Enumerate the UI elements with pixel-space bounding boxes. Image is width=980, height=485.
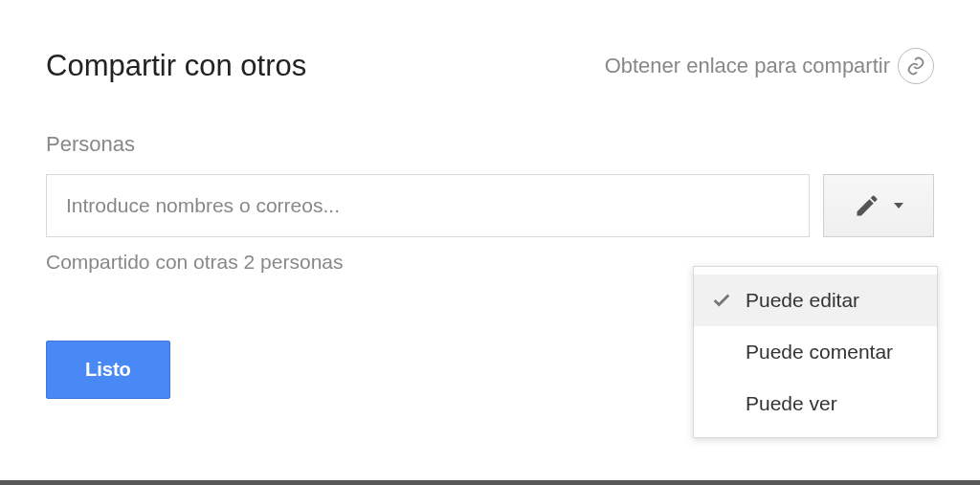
- pencil-icon: [854, 192, 880, 219]
- dialog-header: Compartir con otros Obtener enlace para …: [46, 48, 934, 84]
- permission-option-view[interactable]: Puede ver: [694, 378, 937, 430]
- permission-dropdown-button[interactable]: [823, 174, 934, 237]
- permission-option-comment[interactable]: Puede comentar: [694, 326, 937, 378]
- check-icon: [711, 290, 746, 311]
- permission-option-label: Puede comentar: [746, 341, 893, 364]
- get-shareable-link[interactable]: Obtener enlace para compartir: [605, 48, 934, 84]
- permission-option-edit[interactable]: Puede editar: [694, 275, 937, 326]
- chevron-down-icon: [894, 203, 903, 209]
- bottom-bar: [0, 480, 980, 485]
- share-link-label: Obtener enlace para compartir: [605, 54, 890, 78]
- link-icon: [898, 48, 934, 84]
- dialog-title: Compartir con otros: [46, 49, 306, 83]
- done-button[interactable]: Listo: [46, 341, 170, 399]
- people-label: Personas: [46, 132, 934, 157]
- people-input[interactable]: [46, 174, 810, 237]
- permission-option-label: Puede ver: [746, 392, 837, 415]
- people-input-row: [46, 174, 934, 237]
- permission-option-label: Puede editar: [746, 289, 859, 312]
- permission-dropdown-menu: Puede editar Puede comentar Puede ver: [693, 266, 938, 438]
- share-dialog: Compartir con otros Obtener enlace para …: [0, 0, 980, 485]
